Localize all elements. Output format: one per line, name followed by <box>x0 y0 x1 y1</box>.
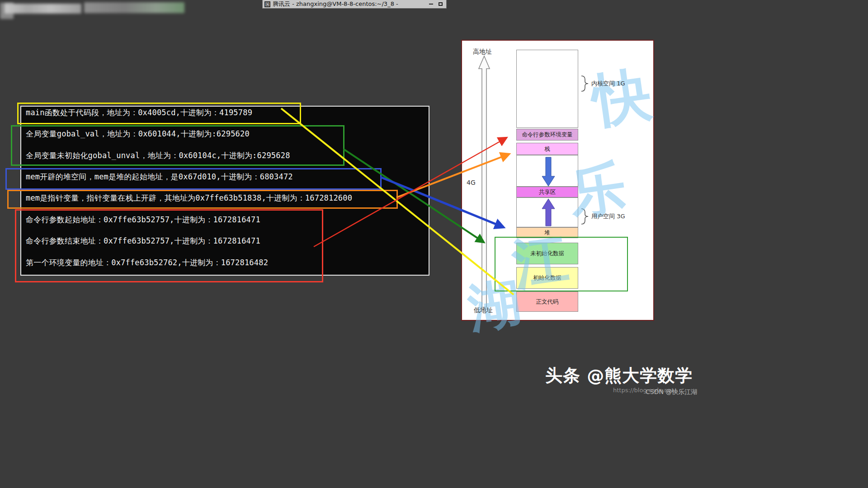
high-address-label: 高地址 <box>473 48 492 56</box>
footer-brand: 头条 @熊大学数学 <box>545 364 693 387</box>
stack-growth-arrow <box>542 157 555 186</box>
maximize-button[interactable] <box>436 1 444 7</box>
highlight-box-globals <box>11 125 344 166</box>
highlight-box-code-segment <box>17 103 301 124</box>
window-title: 腾讯云 - zhangxing@VM-8-8-centos:~/3_8 - <box>273 0 425 8</box>
window-icon: 国 <box>264 1 270 7</box>
address-size-label: 4G <box>467 179 476 186</box>
kernel-space-brace <box>581 76 588 91</box>
maximize-icon <box>439 2 443 6</box>
screen: 国 腾讯云 - zhangxing@VM-8-8-centos:~/3_8 - … <box>0 0 868 488</box>
window-titlebar[interactable]: 国 腾讯云 - zhangxing@VM-8-8-centos:~/3_8 - <box>262 0 447 9</box>
low-address-label: 低地址 <box>474 306 493 314</box>
highlight-box-stack-pointer <box>7 190 398 209</box>
censored-block <box>84 2 184 13</box>
censored-block <box>5 4 81 14</box>
data-sections-outline <box>495 237 628 291</box>
user-space-brace <box>581 209 588 224</box>
footer-watermark: CSDN @快乐江湖 <box>646 388 697 396</box>
memory-diagram-panel: 高地址 低地址 4G 内核空间 1G 用户空间 3G 命令行参数环境变量 栈 共… <box>461 40 654 321</box>
minimize-button[interactable] <box>427 1 435 7</box>
highlight-box-heap <box>5 168 382 190</box>
user-space-label: 用户空间 3G <box>591 212 625 221</box>
heap-growth-arrow <box>542 199 555 226</box>
kernel-space-label: 内核空间 1G <box>591 80 625 88</box>
minimize-icon <box>429 4 433 5</box>
highlight-box-cmdline-env <box>15 209 323 282</box>
address-axis-arrow <box>479 56 490 307</box>
